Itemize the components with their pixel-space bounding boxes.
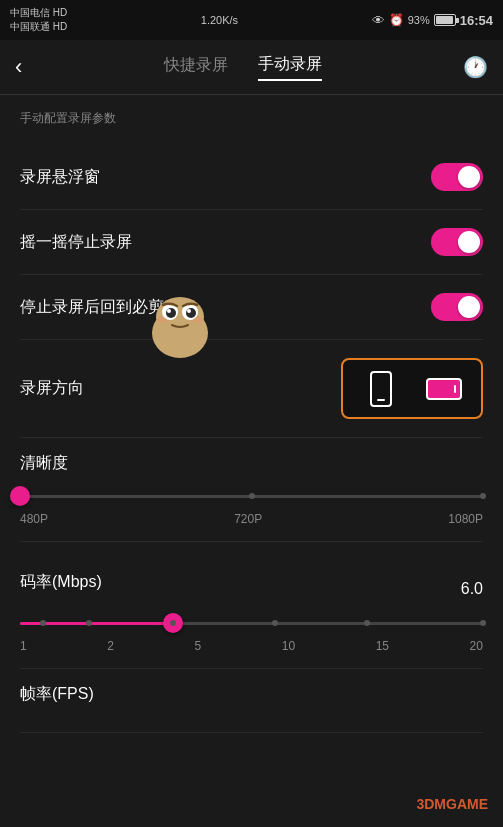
bitrate-label-1: 1	[20, 639, 27, 653]
bitrate-dot-5	[170, 620, 176, 626]
bitrate-label-2: 2	[107, 639, 114, 653]
return-after-stop-row: 停止录屏后回到必剪	[20, 275, 483, 340]
carrier2-label: 中国联通 HD	[10, 20, 67, 34]
bitrate-labels: 1 2 5 10 15 20	[20, 639, 483, 653]
bitrate-label-20: 20	[470, 639, 483, 653]
direction-selector	[341, 358, 483, 419]
network-speed: 1.20K/s	[201, 14, 238, 26]
clarity-label-1080: 1080P	[448, 512, 483, 526]
bitrate-dot-1	[40, 620, 46, 626]
eye-icon: 👁	[372, 13, 385, 28]
bitrate-label-5: 5	[195, 639, 202, 653]
battery-percent: 93%	[408, 14, 430, 26]
shake-stop-toggle[interactable]	[431, 228, 483, 256]
shake-stop-row: 摇一摇停止录屏	[20, 210, 483, 275]
carrier1-label: 中国电信 HD	[10, 6, 67, 20]
bitrate-section: 码率(Mbps) 6.0 1 2 5 10 15 20	[20, 542, 483, 669]
tab-manual-record[interactable]: 手动录屏	[258, 54, 322, 81]
status-bar: 中国电信 HD 中国联通 HD 1.20K/s 👁 ⏰ 93% 16:54	[0, 0, 503, 40]
clarity-thumb[interactable]	[10, 486, 30, 506]
settings-content: 手动配置录屏参数 录屏悬浮窗 摇一摇停止录屏 停止录屏后回到必剪 录屏方向	[0, 95, 503, 827]
back-button[interactable]: ‹	[15, 54, 22, 80]
bitrate-dot-2	[86, 620, 92, 626]
fps-title: 帧率(FPS)	[20, 684, 483, 705]
clarity-slider-container[interactable]	[20, 486, 483, 506]
landscape-icon	[426, 378, 462, 400]
floating-window-label: 录屏悬浮窗	[20, 167, 100, 188]
clarity-track	[20, 495, 483, 498]
landscape-button[interactable]	[416, 366, 471, 411]
return-after-stop-toggle[interactable]	[431, 293, 483, 321]
fps-section: 帧率(FPS)	[20, 669, 483, 733]
bitrate-value: 6.0	[461, 580, 483, 598]
clarity-label-480: 480P	[20, 512, 48, 526]
floating-window-row: 录屏悬浮窗	[20, 145, 483, 210]
bitrate-dot-15	[364, 620, 370, 626]
clarity-title: 清晰度	[20, 453, 483, 474]
direction-row: 录屏方向	[20, 340, 483, 438]
bitrate-label-10: 10	[282, 639, 295, 653]
bitrate-header-row: 码率(Mbps) 6.0	[20, 557, 483, 613]
portrait-icon	[370, 371, 392, 407]
nav-tabs: 快捷录屏 手动录屏	[164, 54, 322, 81]
clarity-labels: 480P 720P 1080P	[20, 512, 483, 526]
clarity-section: 清晰度 480P 720P 1080P	[20, 438, 483, 542]
bitrate-slider-container[interactable]	[20, 613, 483, 633]
bitrate-track	[20, 622, 483, 625]
bitrate-label-15: 15	[376, 639, 389, 653]
watermark: 3DMGAME	[416, 796, 488, 812]
bitrate-dot-10	[272, 620, 278, 626]
shake-stop-label: 摇一摇停止录屏	[20, 232, 132, 253]
direction-label: 录屏方向	[20, 378, 84, 399]
tab-quick-record[interactable]: 快捷录屏	[164, 55, 228, 80]
history-button[interactable]: 🕐	[463, 55, 488, 79]
return-after-stop-label: 停止录屏后回到必剪	[20, 297, 164, 318]
alarm-icon: ⏰	[389, 13, 404, 27]
portrait-button[interactable]	[353, 366, 408, 411]
section-label: 手动配置录屏参数	[20, 110, 483, 127]
bitrate-title: 码率(Mbps)	[20, 572, 102, 593]
carrier-info: 中国电信 HD 中国联通 HD	[10, 6, 67, 34]
status-right: 👁 ⏰ 93% 16:54	[372, 13, 493, 28]
clarity-dot-720	[249, 493, 255, 499]
bitrate-dot-20	[480, 620, 486, 626]
nav-bar: ‹ 快捷录屏 手动录屏 🕐	[0, 40, 503, 95]
clarity-dot-1080	[480, 493, 486, 499]
clarity-label-720: 720P	[234, 512, 262, 526]
battery-icon	[434, 14, 456, 26]
time-display: 16:54	[460, 13, 493, 28]
floating-window-toggle[interactable]	[431, 163, 483, 191]
